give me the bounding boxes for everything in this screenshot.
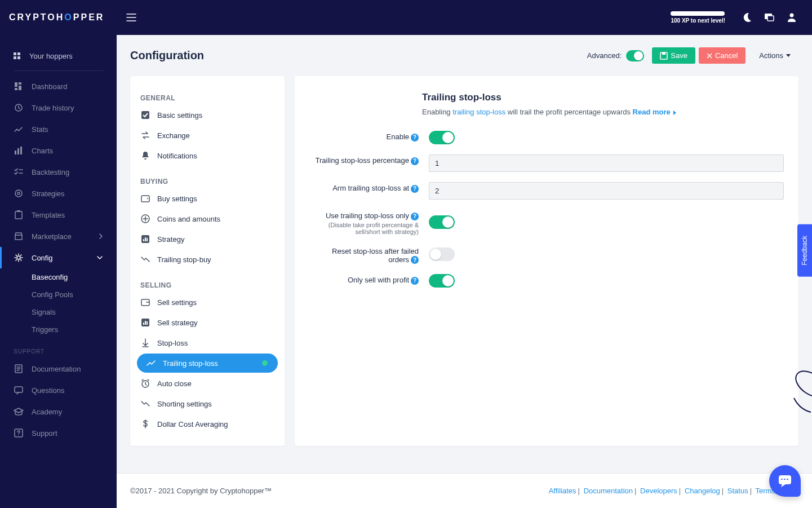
cancel-button[interactable]: Cancel bbox=[699, 47, 746, 64]
sidebar-item-strategies[interactable]: Strategies bbox=[0, 183, 117, 204]
actions-dropdown[interactable]: Actions bbox=[751, 47, 798, 64]
panel-sub-link[interactable]: trailing stop-loss bbox=[452, 108, 505, 116]
bell-icon bbox=[141, 151, 149, 160]
help-icon[interactable]: ? bbox=[411, 213, 419, 220]
subnav-coins-amounts[interactable]: Coins and amounts bbox=[130, 209, 278, 228]
subnav-item-label: Coins and amounts bbox=[157, 215, 220, 223]
subnav-notifications[interactable]: Notifications bbox=[130, 146, 278, 165]
chat-widget-button[interactable] bbox=[769, 465, 801, 497]
alarm-icon bbox=[141, 379, 150, 388]
sidebar-hoppers-label: Your hoppers bbox=[29, 52, 73, 60]
sidebar-item-dashboard[interactable]: Dashboard bbox=[0, 76, 117, 97]
store-icon bbox=[14, 232, 23, 241]
settings-panel: Trailing stop-loss Enabling trailing sto… bbox=[295, 76, 798, 446]
sidebar-hoppers-header[interactable]: Your hoppers bbox=[0, 46, 117, 66]
svg-rect-31 bbox=[145, 237, 146, 241]
sidebar-sub-baseconfig[interactable]: Baseconfig bbox=[0, 268, 117, 286]
logo-text-suffix: PPER bbox=[73, 12, 105, 23]
help-icon[interactable]: ? bbox=[411, 185, 419, 193]
sidebar-item-charts[interactable]: Charts bbox=[0, 140, 117, 161]
subnav-item-label: Dollar Cost Averaging bbox=[157, 420, 228, 429]
subnav-trailing-stop-loss[interactable]: Trailing stop-loss bbox=[137, 354, 278, 373]
feedback-tab[interactable]: Feedback bbox=[797, 224, 812, 277]
sidebar-sub-triggers[interactable]: Triggers bbox=[0, 321, 117, 338]
page-title: Configuration bbox=[130, 49, 204, 62]
help-icon[interactable]: ? bbox=[411, 277, 419, 285]
main-area: Configuration Advanced: .toggle[data-nam… bbox=[117, 35, 812, 508]
tsl-only-toggle[interactable] bbox=[429, 215, 455, 229]
save-button[interactable]: Save bbox=[652, 47, 695, 64]
subnav-strategy[interactable]: Strategy bbox=[130, 229, 278, 249]
profile-button[interactable] bbox=[780, 6, 803, 29]
sidebar-item-stats[interactable]: Stats bbox=[0, 118, 117, 140]
subnav-item-label: Basic settings bbox=[157, 111, 202, 120]
footer-link-documentation[interactable]: Documentation bbox=[584, 487, 633, 495]
svg-rect-37 bbox=[147, 321, 148, 325]
tsl-percent-input[interactable] bbox=[429, 154, 784, 172]
subnav-item-label: Shorting settings bbox=[157, 400, 212, 408]
footer-link-affiliates[interactable]: Affiliates bbox=[549, 487, 576, 495]
sidebar-item-label: Config bbox=[32, 254, 53, 262]
sidebar-item-support[interactable]: Support bbox=[0, 422, 117, 444]
sidebar-item-academy[interactable]: Academy bbox=[0, 401, 117, 422]
trend-down-icon bbox=[141, 400, 150, 407]
subnav-item-label: Sell settings bbox=[157, 298, 197, 307]
sidebar-item-backtesting[interactable]: Backtesting bbox=[0, 161, 117, 183]
footer-link-changelog[interactable]: Changelog bbox=[685, 487, 720, 495]
sidebar-item-documentation[interactable]: Documentation bbox=[0, 358, 117, 379]
footer-link-status[interactable]: Status bbox=[727, 487, 748, 495]
only-sell-profit-toggle[interactable] bbox=[429, 274, 455, 288]
subnav-stop-loss[interactable]: Stop-loss bbox=[130, 333, 278, 352]
triangle-right-icon bbox=[673, 111, 676, 115]
sidebar-sub-config-pools[interactable]: Config Pools bbox=[0, 286, 117, 303]
subnav-shorting-settings[interactable]: Shorting settings bbox=[130, 394, 278, 413]
sidebar-item-label: Dashboard bbox=[32, 82, 68, 91]
menu-toggle-button[interactable] bbox=[120, 6, 143, 29]
svg-rect-9 bbox=[15, 88, 17, 90]
hamburger-icon bbox=[126, 14, 136, 21]
history-icon bbox=[14, 103, 23, 112]
sidebar-item-questions[interactable]: Questions bbox=[0, 379, 117, 401]
help-icon[interactable]: ? bbox=[411, 256, 419, 264]
subnav-auto-close[interactable]: Auto close bbox=[130, 374, 278, 393]
decorative-hand-illustration bbox=[777, 367, 812, 418]
sidebar-item-marketplace[interactable]: Marketplace bbox=[0, 226, 117, 247]
reset-stoploss-toggle[interactable] bbox=[429, 248, 455, 261]
enable-toggle[interactable] bbox=[429, 131, 455, 144]
target-icon bbox=[14, 189, 23, 198]
chat-button[interactable] bbox=[758, 6, 780, 29]
svg-rect-17 bbox=[15, 211, 22, 219]
only-sublabel: (Disable take profit percentage & sell/s… bbox=[309, 222, 419, 235]
subnav-sell-strategy[interactable]: Sell strategy bbox=[130, 313, 278, 332]
help-icon[interactable]: ? bbox=[411, 157, 419, 165]
arm-tsl-input[interactable] bbox=[429, 182, 784, 200]
tsl-percent-label: Trailing stop-loss percentage bbox=[316, 156, 409, 165]
panel-title: Trailing stop-loss bbox=[422, 92, 784, 103]
bar-chart-square-icon bbox=[141, 235, 150, 244]
sidebar-item-trade-history[interactable]: Trade history bbox=[0, 97, 117, 118]
subnav-trailing-stop-buy[interactable]: Trailing stop-buy bbox=[130, 250, 278, 269]
sidebar-item-templates[interactable]: Templates bbox=[0, 204, 117, 226]
advanced-toggle[interactable]: .toggle[data-name="advanced-toggle"]::af… bbox=[626, 50, 644, 61]
sidebar-sub-signals[interactable]: Signals bbox=[0, 303, 117, 321]
sidebar-item-config[interactable]: Config bbox=[0, 247, 117, 268]
subnav-dca[interactable]: Dollar Cost Averaging bbox=[130, 414, 278, 434]
read-more-link[interactable]: Read more bbox=[633, 108, 671, 116]
sidebar-item-label: Backtesting bbox=[32, 168, 69, 176]
svg-rect-1 bbox=[767, 16, 774, 21]
svg-rect-4 bbox=[17, 52, 20, 55]
svg-rect-42 bbox=[784, 479, 786, 480]
subnav-exchange[interactable]: Exchange bbox=[130, 126, 278, 145]
sidebar-item-label: Questions bbox=[32, 386, 65, 395]
subnav-buy-settings[interactable]: Buy settings bbox=[130, 189, 278, 208]
subnav-item-label: Auto close bbox=[157, 379, 192, 388]
app-header: CRYPTOH O PPER 100 XP to next level! bbox=[0, 0, 812, 35]
dark-mode-button[interactable] bbox=[735, 6, 758, 29]
clipboard-icon bbox=[15, 210, 23, 219]
footer-link-developers[interactable]: Developers bbox=[640, 487, 677, 495]
subnav-sell-settings[interactable]: Sell settings bbox=[130, 293, 278, 312]
svg-rect-36 bbox=[145, 321, 146, 325]
help-icon[interactable]: ? bbox=[411, 134, 419, 142]
subnav-basic-settings[interactable]: Basic settings bbox=[130, 105, 278, 125]
only-label: Use trailing stop-loss only bbox=[326, 211, 409, 220]
